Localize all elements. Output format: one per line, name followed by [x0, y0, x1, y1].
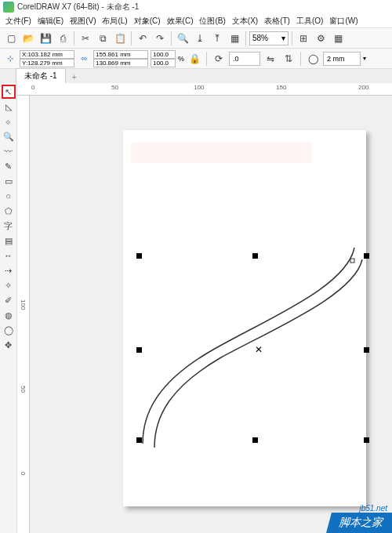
import-icon[interactable]: ⤓	[192, 31, 208, 46]
ellipse-tool[interactable]: ○	[2, 189, 16, 203]
page	[123, 130, 366, 506]
menu-file[interactable]: 文件(F)	[3, 15, 34, 27]
property-bar: ⊹ X: 103.182 mm Y: 128.279 mm ⬄ 155.861 …	[0, 49, 392, 69]
menu-layout[interactable]: 布局(L)	[100, 15, 129, 27]
menu-text[interactable]: 文本(X)	[230, 15, 260, 27]
menu-effects[interactable]: 效果(C)	[165, 15, 196, 27]
separator	[171, 31, 172, 45]
watermark-url: jb51.net	[359, 504, 387, 513]
menu-bitmap[interactable]: 位图(B)	[197, 15, 227, 27]
standard-toolbar: ▢ 📂 💾 ⎙ ✂ ⧉ 📋 ↶ ↷ 🔍 ⤓ ⤒ ▦ 58%▾ ⊞ ⚙ ▦	[0, 28, 392, 49]
dimension-tool[interactable]: ↔	[2, 248, 16, 263]
redo-icon[interactable]: ↷	[152, 31, 168, 46]
selection-handle[interactable]	[252, 437, 258, 443]
selection-handle[interactable]	[364, 347, 369, 353]
selection-handle[interactable]	[136, 347, 142, 353]
percent-label: %	[178, 55, 184, 63]
toolbox: ↖ ◺ ⟐ 🔍 〰 ✎ ▭ ○ ⬠ 字 ▤ ↔ ⇢ ✧ ✐ ◍ ◯ ✥	[0, 83, 17, 533]
app-launcher-icon[interactable]: ▦	[330, 31, 346, 46]
artistic-media-tool[interactable]: ✎	[2, 159, 16, 173]
rotation-angle[interactable]: .0	[229, 52, 260, 66]
selection-handle[interactable]	[364, 437, 369, 443]
print-icon[interactable]: ⎙	[55, 31, 71, 46]
menu-table[interactable]: 表格(T)	[262, 15, 292, 27]
polygon-tool[interactable]: ⬠	[2, 204, 16, 218]
app-icon	[3, 2, 14, 13]
separator	[300, 52, 301, 66]
menu-edit[interactable]: 编辑(E)	[35, 15, 66, 27]
outline-width[interactable]: 2 mm	[323, 52, 361, 66]
object-width[interactable]: 155.861 mm	[93, 50, 148, 59]
fill-tool[interactable]: ◍	[2, 308, 16, 322]
zoom-tool[interactable]: 🔍	[2, 129, 16, 143]
eyedropper-tool[interactable]: ✐	[2, 293, 16, 307]
open-icon[interactable]: 📂	[20, 31, 36, 46]
watermark: 脚本之家	[326, 513, 392, 533]
vertical-ruler: 0 50 100	[17, 96, 30, 533]
scale-x[interactable]: 100.0	[151, 50, 176, 59]
connector-tool[interactable]: ⇢	[2, 263, 16, 277]
selection-handle[interactable]	[136, 437, 142, 443]
undo-icon[interactable]: ↶	[135, 31, 151, 46]
zoom-level[interactable]: 58%▾	[249, 31, 289, 45]
window-title: CorelDRAW X7 (64-Bit) - 未命名 -1	[17, 2, 139, 13]
mirror-v-icon[interactable]: ⇅	[281, 51, 296, 67]
separator	[74, 31, 74, 45]
new-icon[interactable]: ▢	[3, 31, 19, 46]
separator	[206, 52, 207, 66]
highlight-region	[131, 143, 311, 163]
options-icon[interactable]: ⚙	[313, 31, 328, 46]
save-icon[interactable]: 💾	[38, 31, 53, 46]
cut-icon[interactable]: ✂	[78, 31, 93, 46]
selection-handle[interactable]	[136, 253, 142, 259]
canvas-area[interactable]: 0 50 100 150 200 0 50 100 ✕ jb51.net 脚本之…	[17, 83, 392, 533]
separator	[245, 31, 246, 45]
tab-doc1[interactable]: 未命名 -1	[16, 68, 66, 83]
size-icon: ⬄	[77, 52, 91, 66]
pan-tool[interactable]: ✥	[2, 338, 16, 352]
scale-y[interactable]: 100.0	[151, 59, 176, 67]
y-position[interactable]: Y: 128.279 mm	[20, 59, 74, 67]
export-icon[interactable]: ⤒	[209, 31, 225, 46]
rectangle-tool[interactable]: ▭	[2, 174, 16, 188]
selection-center[interactable]: ✕	[255, 344, 263, 355]
object-height[interactable]: 130.869 mm	[93, 59, 148, 67]
title-bar: CorelDRAW X7 (64-Bit) - 未命名 -1	[0, 0, 392, 14]
lock-ratio-icon[interactable]: 🔒	[187, 51, 202, 67]
separator	[131, 31, 132, 45]
menu-object[interactable]: 对象(C)	[132, 15, 163, 27]
crop-tool[interactable]: ⟐	[2, 114, 16, 129]
pdf-icon[interactable]: ▦	[227, 31, 242, 46]
rotation-icon: ⟳	[211, 51, 227, 67]
selection-handle[interactable]	[364, 253, 369, 259]
effects-tool[interactable]: ✧	[2, 278, 16, 292]
outline-tool[interactable]: ◯	[2, 323, 16, 337]
pick-tool[interactable]: ↖	[2, 85, 16, 99]
menu-window[interactable]: 窗口(W)	[327, 15, 360, 27]
x-position[interactable]: X: 103.182 mm	[20, 50, 74, 59]
document-tabs: 未命名 -1 +	[0, 69, 392, 83]
copy-icon[interactable]: ⧉	[95, 31, 111, 46]
tab-add[interactable]: +	[67, 71, 82, 83]
freehand-tool[interactable]: 〰	[2, 144, 16, 158]
search-icon[interactable]: 🔍	[175, 31, 191, 46]
shape-tool[interactable]: ◺	[2, 100, 16, 114]
separator	[292, 31, 292, 45]
mirror-h-icon[interactable]: ⇋	[263, 51, 278, 67]
position-icon: ⊹	[3, 52, 17, 66]
text-tool[interactable]: 字	[2, 219, 16, 233]
horizontal-ruler: 0 50 100 150 200	[17, 83, 392, 96]
menu-tools[interactable]: 工具(O)	[294, 15, 325, 27]
selection-handle[interactable]	[252, 253, 258, 259]
paste-icon[interactable]: 📋	[112, 31, 128, 46]
table-tool[interactable]: ▤	[2, 234, 16, 248]
menu-bar: 文件(F) 编辑(E) 视图(V) 布局(L) 对象(C) 效果(C) 位图(B…	[0, 14, 392, 28]
outline-icon[interactable]: ◯	[305, 51, 321, 67]
menu-view[interactable]: 视图(V)	[67, 15, 98, 27]
snap-icon[interactable]: ⊞	[296, 31, 311, 46]
